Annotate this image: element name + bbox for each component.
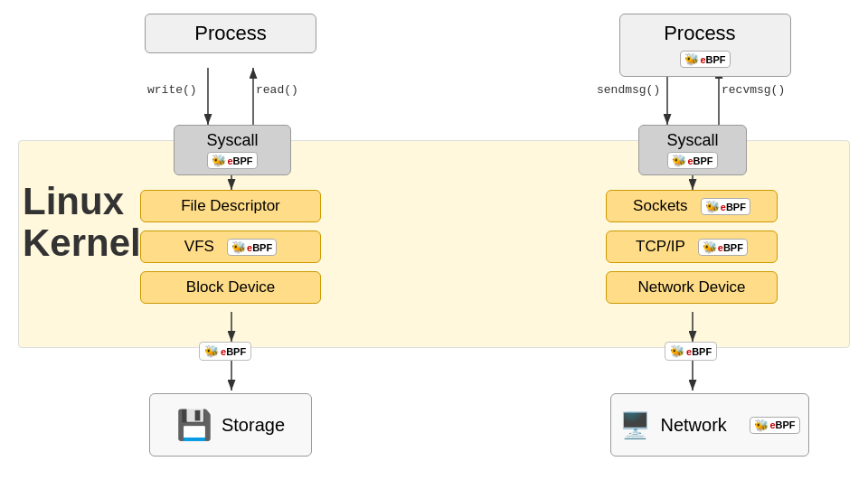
read-label: read() bbox=[256, 83, 298, 97]
sendmsg-label: sendmsg() bbox=[597, 83, 660, 97]
block-device-ebpf-badge: 🐝 eBPF bbox=[199, 342, 251, 361]
vfs-ebpf: 🐝 eBPF bbox=[227, 239, 277, 256]
bee-icon3: 🐝 bbox=[204, 344, 219, 358]
diagram-container: LinuxKernel bbox=[0, 0, 868, 499]
left-process-box: Process bbox=[145, 14, 316, 53]
sockets-box: Sockets 🐝 eBPF bbox=[606, 190, 778, 222]
left-syscall-label: Syscall bbox=[206, 131, 258, 149]
network-device-label: Network Device bbox=[637, 278, 745, 296]
bee-icon7: 🐝 bbox=[703, 240, 717, 254]
sockets-label: Sockets bbox=[633, 197, 687, 214]
file-descriptor-box: File Descriptor bbox=[140, 190, 321, 222]
tcpip-label: TCP/IP bbox=[636, 238, 684, 255]
left-process-label: Process bbox=[194, 22, 266, 44]
kernel-label: LinuxKernel bbox=[23, 181, 141, 264]
storage-box: 💾 Storage bbox=[149, 393, 312, 457]
block-device-box: Block Device bbox=[140, 271, 321, 304]
network-device-ebpf-badge: 🐝 eBPF bbox=[665, 342, 717, 361]
network-device-box: Network Device bbox=[606, 271, 778, 304]
right-syscall-box: Syscall 🐝 eBPF bbox=[638, 125, 747, 175]
network-icon: 🖥️ bbox=[619, 410, 651, 440]
bee-icon9: 🐝 bbox=[754, 419, 769, 432]
vfs-label: VFS bbox=[184, 238, 214, 255]
vfs-box: VFS 🐝 eBPF bbox=[140, 231, 321, 263]
network-ebpf: 🐝 eBPF bbox=[750, 417, 799, 434]
left-syscall-box: Syscall 🐝 eBPF bbox=[174, 125, 291, 175]
right-syscall-label: Syscall bbox=[666, 131, 718, 149]
sendmsg-text: sendmsg() bbox=[597, 83, 660, 97]
bee-icon4: 🐝 bbox=[684, 52, 699, 66]
write-text: write() bbox=[147, 83, 197, 97]
right-process-label: Process bbox=[664, 22, 735, 44]
bee-icon5: 🐝 bbox=[672, 154, 686, 167]
block-device-label: Block Device bbox=[186, 278, 275, 296]
tcpip-box: TCP/IP 🐝 eBPF bbox=[606, 231, 778, 263]
sockets-ebpf: 🐝 eBPF bbox=[701, 198, 750, 215]
network-box: 🖥️ Network 🐝 eBPF bbox=[610, 393, 809, 457]
right-syscall-ebpf: 🐝 eBPF bbox=[667, 152, 717, 169]
recvmsg-text: recvmsg() bbox=[722, 83, 785, 97]
bee-icon: 🐝 bbox=[212, 154, 226, 167]
bee-icon8: 🐝 bbox=[670, 344, 684, 358]
recvmsg-label: recvmsg() bbox=[722, 83, 785, 97]
write-label: write() bbox=[147, 83, 197, 97]
read-text: read() bbox=[256, 83, 298, 97]
tcpip-ebpf: 🐝 eBPF bbox=[698, 239, 748, 256]
bee-icon6: 🐝 bbox=[705, 200, 720, 213]
bee-icon2: 🐝 bbox=[231, 240, 246, 254]
right-process-ebpf: 🐝 eBPF bbox=[680, 51, 730, 68]
right-process-box: Process 🐝 eBPF bbox=[619, 14, 791, 77]
storage-label: Storage bbox=[222, 415, 285, 436]
storage-icon: 💾 bbox=[176, 408, 212, 442]
file-descriptor-label: File Descriptor bbox=[181, 197, 280, 214]
left-syscall-ebpf: 🐝 eBPF bbox=[207, 152, 257, 169]
network-label: Network bbox=[660, 415, 726, 436]
